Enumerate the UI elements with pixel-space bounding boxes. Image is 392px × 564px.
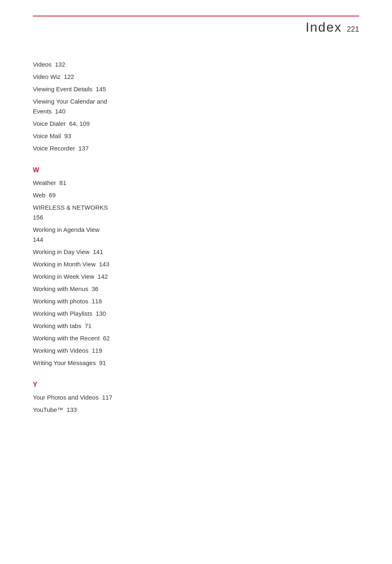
list-item: Working with the Recent 62: [33, 333, 359, 343]
page-container: Index 221 Videos 132 Video Wiz 122 Viewi…: [0, 0, 392, 564]
list-item: WIRELESS & NETWORKS156: [33, 203, 359, 222]
section-letter-w: W: [33, 166, 359, 174]
top-border: [33, 16, 359, 16]
list-item: Weather 81: [33, 178, 359, 188]
page-title: Index: [306, 20, 342, 35]
list-item: Video Wiz 122: [33, 72, 359, 82]
list-item: Working in Day View 141: [33, 247, 359, 257]
page-header: Index 221: [33, 16, 359, 35]
list-item: Working with Playlists 130: [33, 309, 359, 319]
v-section: Videos 132 Video Wiz 122 Viewing Event D…: [33, 60, 359, 153]
list-item: YouTube™ 133: [33, 405, 359, 415]
list-item: Working with photos 118: [33, 296, 359, 306]
list-item: Working in Month View 143: [33, 259, 359, 269]
list-item: Writing Your Messages 91: [33, 358, 359, 368]
section-letter-y: Y: [33, 381, 359, 388]
y-section: Y Your Photos and Videos 117 YouTube™ 13…: [33, 381, 359, 415]
list-item: Working with Menus 36: [33, 284, 359, 294]
list-item: Working in Week View 142: [33, 272, 359, 282]
list-item: Working with Videos 119: [33, 346, 359, 356]
list-item: Working in Agenda View144: [33, 225, 359, 245]
list-item: Voice Recorder 137: [33, 143, 359, 153]
list-item: Your Photos and Videos 117: [33, 393, 359, 402]
list-item: Viewing Your Calendar andEvents 140: [33, 97, 359, 116]
list-item: Videos 132: [33, 60, 359, 69]
index-content: Videos 132 Video Wiz 122 Viewing Event D…: [33, 60, 359, 415]
page-number: 221: [347, 25, 359, 34]
list-item: Web 69: [33, 190, 359, 200]
w-section: W Weather 81 Web 69 WIRELESS & NETWORKS1…: [33, 166, 359, 368]
list-item: Working with tabs 71: [33, 321, 359, 331]
list-item: Voice Dialer 64, 109: [33, 119, 359, 129]
list-item: Voice Mail 93: [33, 131, 359, 141]
list-item: Viewing Event Details 145: [33, 84, 359, 94]
